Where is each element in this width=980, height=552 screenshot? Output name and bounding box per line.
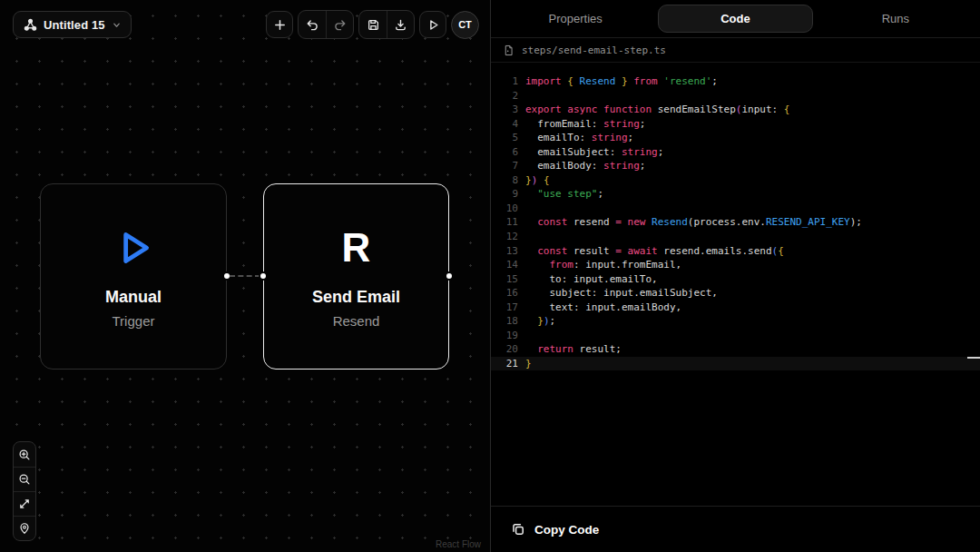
line-number: 20 (491, 342, 518, 357)
fit-view-button[interactable] (14, 491, 35, 516)
export-button[interactable] (387, 11, 414, 38)
workflow-selector-button[interactable]: Untitled 15 (13, 11, 132, 38)
code-line: 13 const result = await resend.emails.se… (491, 244, 980, 259)
redo-button[interactable] (326, 11, 353, 38)
line-number: 15 (491, 272, 518, 287)
code-line: 9 "use step"; (491, 187, 980, 202)
line-number: 4 (491, 117, 518, 132)
save-icon (367, 18, 380, 32)
code-line: 3export async function sendEmailStep(inp… (491, 103, 980, 117)
right-panel: Properties Code Runs steps/send-email-st… (490, 0, 980, 552)
history-button-group (298, 10, 354, 39)
undo-button[interactable] (299, 11, 326, 38)
workflow-icon (24, 18, 37, 32)
line-number: 18 (491, 314, 518, 329)
pin-button[interactable] (14, 516, 35, 540)
code-line: 19 (491, 329, 980, 343)
resend-r-logo: R (342, 224, 371, 271)
code-line: 2 (491, 89, 980, 104)
zoom-in-icon (18, 448, 31, 461)
tab-runs[interactable]: Runs (818, 5, 973, 33)
panel-tabbar: Properties Code Runs (491, 0, 980, 38)
code-editor[interactable]: 1import { Resend } from 'resend';23expor… (491, 63, 980, 506)
file-path: steps/send-email-step.ts (522, 44, 666, 56)
code-line: 10 (491, 202, 980, 216)
code-line: 6 emailSubject: string; (491, 145, 980, 160)
copy-icon (511, 522, 525, 537)
line-number: 5 (491, 131, 518, 145)
workflow-edge[interactable] (230, 275, 260, 277)
canvas-controls (13, 441, 36, 541)
cursor-line-marker (967, 357, 980, 359)
file-button-group (358, 10, 415, 39)
node-subtitle: Trigger (113, 313, 155, 329)
line-number: 16 (491, 286, 518, 301)
line-number: 17 (491, 301, 518, 315)
fit-view-icon (18, 498, 31, 510)
file-icon (503, 44, 514, 56)
chevron-down-icon (112, 20, 122, 30)
copy-code-bar: Copy Code (491, 506, 980, 552)
line-number: 8 (491, 173, 518, 188)
node-title: Manual (105, 288, 162, 307)
play-icon (426, 18, 440, 32)
code-line: 4 fromEmail: string; (491, 117, 980, 132)
node-subtitle: Resend (333, 313, 380, 329)
line-number: 3 (491, 103, 518, 117)
copy-code-button[interactable]: Copy Code (534, 523, 599, 537)
zoom-in-button[interactable] (14, 442, 35, 467)
node-manual-trigger[interactable]: Manual Trigger (40, 183, 227, 370)
workflow-canvas[interactable]: Untitled 15 (0, 0, 490, 552)
line-number: 7 (491, 159, 518, 173)
code-line: 7 emailBody: string; (491, 159, 980, 173)
line-number: 21 (491, 357, 518, 371)
add-node-button[interactable] (266, 11, 293, 38)
send-email-node-target-handle[interactable] (259, 271, 268, 281)
download-icon (394, 18, 407, 32)
code-line: 5 emailTo: string; (491, 131, 980, 145)
node-send-email[interactable]: R Send Email Resend (263, 183, 449, 370)
plus-icon (273, 18, 287, 32)
run-workflow-button[interactable] (419, 11, 446, 38)
react-flow-attribution[interactable]: React Flow (436, 539, 481, 549)
workflow-title: Untitled 15 (44, 18, 105, 32)
node-title: Send Email (312, 288, 400, 307)
code-line: 21} (491, 357, 980, 371)
code-line: 11 const resend = new Resend(process.env… (491, 215, 980, 230)
line-number: 1 (491, 74, 518, 89)
zoom-out-button[interactable] (14, 467, 35, 491)
undo-icon (306, 18, 319, 32)
code-line: 20 return result; (491, 342, 980, 357)
code-line: 18 }); (491, 314, 980, 329)
line-number: 19 (491, 329, 518, 343)
tab-properties[interactable]: Properties (498, 5, 652, 33)
line-number: 14 (491, 258, 518, 272)
line-number: 6 (491, 145, 518, 160)
line-number: 12 (491, 230, 518, 244)
code-line: 14 from: input.fromEmail, (491, 258, 980, 272)
code-line: 15 to: input.emailTo, (491, 272, 980, 287)
line-number: 10 (491, 202, 518, 216)
line-number: 9 (491, 187, 518, 202)
zoom-out-icon (18, 473, 31, 486)
line-number: 13 (491, 244, 518, 259)
line-number: 2 (491, 89, 518, 104)
pin-icon (18, 522, 31, 535)
line-number: 11 (491, 215, 518, 230)
tab-code[interactable]: Code (658, 5, 812, 33)
code-line: 1import { Resend } from 'resend'; (491, 74, 980, 89)
file-bar: steps/send-email-step.ts (491, 38, 980, 63)
play-outline-icon (111, 224, 156, 271)
redo-icon (333, 18, 347, 32)
send-email-node-source-handle[interactable] (445, 271, 454, 281)
canvas-toolbar: CT (266, 10, 479, 39)
save-button[interactable] (359, 11, 387, 38)
user-avatar[interactable]: CT (451, 11, 479, 39)
code-line: 16 subject: input.emailSubject, (491, 286, 980, 301)
code-line: 12 (491, 230, 980, 244)
code-line: 8}) { (491, 173, 980, 188)
code-line: 17 text: input.emailBody, (491, 301, 980, 315)
app-window: Untitled 15 (0, 0, 980, 552)
